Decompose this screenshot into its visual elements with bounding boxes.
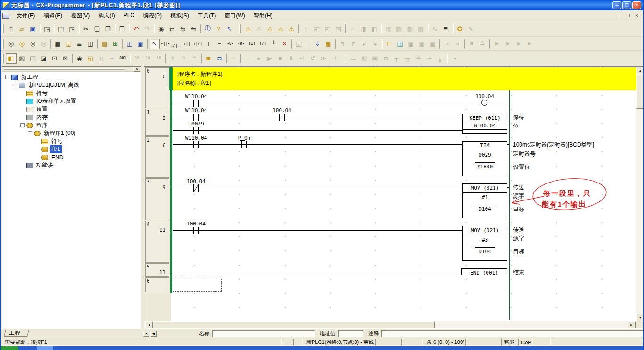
sim-pause-icon[interactable]: ‖: [286, 53, 297, 64]
vertical-scroll-thumb[interactable]: [636, 74, 644, 109]
menu-item-4[interactable]: 插入(I): [94, 10, 119, 21]
pause-monitor-icon[interactable]: ◧: [369, 24, 380, 34]
pause-at-icon[interactable]: ◔: [242, 53, 253, 64]
rung-margin-cell[interactable]: 12: [145, 109, 169, 136]
pause-hold-icon[interactable]: ◕: [253, 53, 264, 64]
show-grid-icon[interactable]: ▦: [52, 39, 63, 49]
online-edit-icon[interactable]: ⚠: [286, 24, 297, 34]
show-comments-icon[interactable]: ◱: [63, 39, 74, 49]
context-help-icon[interactable]: ↖: [224, 24, 235, 34]
comment-field[interactable]: [381, 330, 643, 337]
tree-item-符号[interactable]: 符号: [2, 137, 141, 145]
scroll-left-icon[interactable]: ◀: [145, 321, 153, 329]
watch-sheet-icon[interactable]: ≣: [228, 53, 239, 64]
tree-item-设置[interactable]: 设置: [2, 105, 141, 113]
tree-item-新工程[interactable]: 新工程: [2, 73, 141, 81]
rung-margin-cell[interactable]: 513: [145, 263, 169, 277]
address-substitute-icon[interactable]: ⇋: [188, 24, 199, 34]
find-replace-icon[interactable]: ⇆: [177, 24, 188, 34]
horizontal-line-tool-icon[interactable]: —: [214, 39, 225, 49]
decimal-display-icon[interactable]: 10: [132, 53, 142, 64]
connect-line-tool-icon[interactable]: └: [268, 39, 279, 49]
start-button[interactable]: [1, 346, 18, 350]
instruction-tool-icon[interactable]: [I]: [247, 39, 257, 49]
upload-from-plc-icon[interactable]: ◰: [322, 24, 333, 34]
compile-icon[interactable]: ⚠: [243, 24, 254, 34]
dart-3-icon[interactable]: ➤: [513, 39, 524, 49]
tree-item-符号[interactable]: 符号: [2, 89, 141, 97]
rung-margin-cell[interactable]: 39: [145, 178, 169, 220]
zoom-out-icon[interactable]: ◎: [27, 39, 38, 49]
properties-window-icon[interactable]: ⊠: [60, 53, 71, 64]
reset-bit-icon[interactable]: ⇧: [178, 53, 189, 64]
symbol-window-icon[interactable]: ◫: [27, 53, 38, 64]
goto-rung-3-icon[interactable]: ↲: [359, 39, 370, 49]
break-1-icon[interactable]: ▭: [348, 53, 359, 64]
data-trace-icon[interactable]: ≣: [440, 24, 451, 34]
dart-2-icon[interactable]: ➤: [502, 39, 513, 49]
name-field[interactable]: [212, 330, 315, 337]
print-icon[interactable]: ▤: [56, 24, 66, 34]
goto-rung-1-icon[interactable]: ↰: [337, 39, 348, 49]
paste-icon[interactable]: ❐: [102, 24, 113, 34]
force-release-icon[interactable]: ✎: [465, 24, 476, 34]
show-ci-view-icon[interactable]: ▣: [135, 39, 146, 49]
menu-item-6[interactable]: 编程(P): [139, 10, 166, 21]
rung-margin-cell[interactable]: 6: [145, 277, 169, 292]
fb-x-icon[interactable]: ▣: [416, 39, 427, 49]
tree-item-功能块[interactable]: 功能块: [2, 161, 141, 169]
mnemonic-window-icon[interactable]: ▨: [17, 53, 27, 64]
ladder-cursor[interactable]: [173, 279, 222, 292]
menu-item-8[interactable]: 工具(T): [193, 10, 220, 21]
scroll-down-icon[interactable]: ▼: [636, 314, 644, 321]
find-icon[interactable]: ◉: [156, 24, 166, 34]
align-top-icon[interactable]: ≙: [477, 39, 488, 49]
undo-icon[interactable]: ↶: [131, 24, 141, 34]
select-tool-icon[interactable]: ↖: [149, 39, 160, 49]
minimize-button[interactable]: ─: [612, 1, 621, 9]
delete-line-tool-icon[interactable]: ✕: [279, 39, 290, 49]
work-online-icon[interactable]: ⌂: [347, 24, 358, 34]
zoom-in-icon[interactable]: ◎: [17, 39, 27, 49]
break-3-icon[interactable]: ▣: [370, 53, 380, 64]
expander-minus-icon[interactable]: [20, 123, 25, 127]
junction-1-icon[interactable]: ┬: [391, 53, 402, 64]
sim-stop-icon[interactable]: ■: [275, 53, 286, 64]
or-contact-nc-tool-icon[interactable]: ↑|/|: [192, 39, 203, 49]
vertical-line-tool-icon[interactable]: |: [203, 39, 214, 49]
expander-minus-icon[interactable]: [13, 83, 17, 87]
program-check-icon[interactable]: ◲: [41, 24, 52, 34]
rung-margin-cell[interactable]: 26: [145, 136, 169, 178]
child-restore-icon[interactable]: ❐: [625, 12, 632, 19]
scroll-right-icon[interactable]: ▶: [628, 321, 636, 329]
monitor-mode-icon[interactable]: ◨: [358, 24, 369, 34]
toolbar-gripper[interactable]: [2, 24, 4, 33]
tree-item-程序[interactable]: 程序: [2, 121, 141, 129]
or-contact-no-tool-icon[interactable]: ↑||: [182, 39, 192, 49]
io-table-3-icon[interactable]: ▦: [405, 24, 415, 34]
child-close-icon[interactable]: ✕: [633, 12, 640, 19]
info-icon[interactable]: ⓘ: [202, 24, 213, 34]
io-table-1-icon[interactable]: ▦: [383, 24, 394, 34]
save-icon[interactable]: ▣: [27, 24, 38, 34]
junction-2-icon[interactable]: ╥: [402, 53, 413, 64]
cut-icon[interactable]: ✂: [81, 24, 91, 34]
print-preview-icon[interactable]: ◳: [66, 24, 77, 34]
signed-decimal-display-icon[interactable]: 10: [142, 53, 153, 64]
output-coil[interactable]: [481, 100, 487, 106]
project-tab[interactable]: 工程: [4, 329, 29, 337]
instruction-box[interactable]: TIM0029#1800: [462, 141, 507, 176]
watch-prev-icon[interactable]: ◀: [150, 331, 157, 337]
replace-icon[interactable]: ⇄: [166, 24, 177, 34]
find-window-icon[interactable]: ◪: [38, 53, 49, 64]
contact-nc-tool-icon[interactable]: -|/|-: [171, 39, 182, 49]
paste-special-icon[interactable]: ❒: [116, 24, 127, 34]
taskbar-task-button[interactable]: [37, 346, 53, 350]
rung-margin-cell[interactable]: 411: [145, 221, 169, 263]
tree-panel-header[interactable]: ✕: [2, 67, 141, 72]
sim-step-icon[interactable]: ▶|: [297, 53, 307, 64]
menu-item-10[interactable]: 帮助(H): [249, 10, 277, 21]
sim-step-over-icon[interactable]: ↺: [307, 53, 318, 64]
instruction-box[interactable]: KEEP (011)W100.04: [462, 114, 507, 134]
dart-4-icon[interactable]: ➤: [524, 39, 535, 49]
